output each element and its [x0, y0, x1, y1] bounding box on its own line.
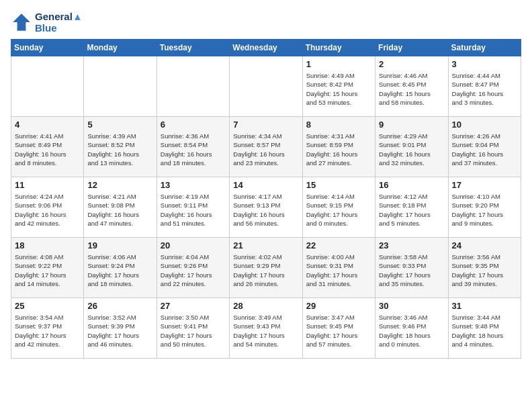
week-row-3: 11Sunrise: 4:24 AM Sunset: 9:06 PM Dayli…	[11, 177, 521, 238]
calendar-cell: 10Sunrise: 4:26 AM Sunset: 9:04 PM Dayli…	[448, 117, 521, 177]
day-number: 18	[15, 240, 80, 250]
day-info: Sunrise: 4:14 AM Sunset: 9:15 PM Dayligh…	[306, 192, 371, 228]
day-number: 25	[15, 301, 80, 311]
day-info: Sunrise: 4:06 AM Sunset: 9:24 PM Dayligh…	[87, 253, 152, 288]
day-info: Sunrise: 4:21 AM Sunset: 9:08 PM Dayligh…	[87, 192, 152, 228]
calendar-cell: 24Sunrise: 3:56 AM Sunset: 9:35 PM Dayli…	[448, 238, 521, 298]
day-number: 13	[161, 180, 226, 190]
week-row-1: 1Sunrise: 4:49 AM Sunset: 8:42 PM Daylig…	[11, 56, 521, 117]
calendar-body: 1Sunrise: 4:49 AM Sunset: 8:42 PM Daylig…	[11, 56, 521, 359]
calendar-cell: 14Sunrise: 4:17 AM Sunset: 9:13 PM Dayli…	[230, 177, 302, 238]
calendar-cell: 31Sunrise: 3:44 AM Sunset: 9:48 PM Dayli…	[448, 298, 521, 359]
day-number: 23	[379, 240, 444, 250]
day-number: 30	[379, 301, 444, 311]
calendar-cell: 12Sunrise: 4:21 AM Sunset: 9:08 PM Dayli…	[84, 177, 157, 238]
calendar-cell	[84, 56, 157, 117]
calendar-cell: 2Sunrise: 4:46 AM Sunset: 8:45 PM Daylig…	[375, 56, 448, 117]
day-info: Sunrise: 4:49 AM Sunset: 8:42 PM Dayligh…	[306, 71, 371, 107]
day-info: Sunrise: 3:44 AM Sunset: 9:48 PM Dayligh…	[452, 313, 517, 349]
calendar-cell: 13Sunrise: 4:19 AM Sunset: 9:11 PM Dayli…	[157, 177, 229, 238]
day-info: Sunrise: 3:52 AM Sunset: 9:39 PM Dayligh…	[87, 313, 152, 349]
day-info: Sunrise: 3:50 AM Sunset: 9:41 PM Dayligh…	[161, 313, 226, 349]
calendar-cell: 11Sunrise: 4:24 AM Sunset: 9:06 PM Dayli…	[11, 177, 84, 238]
day-number: 4	[15, 120, 80, 130]
weekday-header-thursday: Thursday	[302, 40, 375, 56]
day-info: Sunrise: 4:00 AM Sunset: 9:31 PM Dayligh…	[306, 253, 371, 288]
day-number: 1	[306, 59, 371, 69]
calendar-cell: 5Sunrise: 4:39 AM Sunset: 8:52 PM Daylig…	[84, 117, 157, 177]
day-info: Sunrise: 3:54 AM Sunset: 9:37 PM Dayligh…	[15, 313, 80, 349]
day-info: Sunrise: 3:46 AM Sunset: 9:46 PM Dayligh…	[379, 313, 444, 349]
day-info: Sunrise: 4:39 AM Sunset: 8:52 PM Dayligh…	[87, 132, 152, 167]
day-number: 24	[452, 240, 517, 250]
day-number: 12	[87, 180, 152, 190]
calendar-cell: 21Sunrise: 4:02 AM Sunset: 9:29 PM Dayli…	[230, 238, 302, 298]
day-info: Sunrise: 4:26 AM Sunset: 9:04 PM Dayligh…	[452, 132, 517, 167]
calendar-cell: 27Sunrise: 3:50 AM Sunset: 9:41 PM Dayli…	[157, 298, 229, 359]
calendar-cell: 8Sunrise: 4:31 AM Sunset: 8:59 PM Daylig…	[302, 117, 375, 177]
day-number: 28	[233, 301, 298, 311]
logo-icon	[11, 11, 32, 33]
svg-marker-0	[13, 13, 30, 31]
calendar-cell: 19Sunrise: 4:06 AM Sunset: 9:24 PM Dayli…	[84, 238, 157, 298]
day-info: Sunrise: 3:47 AM Sunset: 9:45 PM Dayligh…	[306, 313, 371, 349]
day-number: 19	[87, 240, 152, 250]
day-number: 31	[452, 301, 517, 311]
calendar-cell: 16Sunrise: 4:12 AM Sunset: 9:18 PM Dayli…	[375, 177, 448, 238]
day-number: 3	[452, 59, 517, 69]
calendar-cell: 7Sunrise: 4:34 AM Sunset: 8:57 PM Daylig…	[230, 117, 302, 177]
day-number: 15	[306, 180, 371, 190]
week-row-4: 18Sunrise: 4:08 AM Sunset: 9:22 PM Dayli…	[11, 238, 521, 298]
day-number: 27	[161, 301, 226, 311]
day-info: Sunrise: 4:10 AM Sunset: 9:20 PM Dayligh…	[452, 192, 517, 228]
week-row-2: 4Sunrise: 4:41 AM Sunset: 8:49 PM Daylig…	[11, 117, 521, 177]
week-row-5: 25Sunrise: 3:54 AM Sunset: 9:37 PM Dayli…	[11, 298, 521, 359]
calendar-cell: 26Sunrise: 3:52 AM Sunset: 9:39 PM Dayli…	[84, 298, 157, 359]
day-info: Sunrise: 4:46 AM Sunset: 8:45 PM Dayligh…	[379, 71, 444, 107]
calendar-cell: 20Sunrise: 4:04 AM Sunset: 9:26 PM Dayli…	[157, 238, 229, 298]
calendar-cell: 28Sunrise: 3:49 AM Sunset: 9:43 PM Dayli…	[230, 298, 302, 359]
calendar-cell: 1Sunrise: 4:49 AM Sunset: 8:42 PM Daylig…	[302, 56, 375, 117]
day-info: Sunrise: 4:29 AM Sunset: 9:01 PM Dayligh…	[379, 132, 444, 167]
calendar-table: SundayMondayTuesdayWednesdayThursdayFrid…	[11, 39, 521, 359]
calendar-cell: 30Sunrise: 3:46 AM Sunset: 9:46 PM Dayli…	[375, 298, 448, 359]
day-number: 7	[233, 120, 298, 130]
calendar-cell: 22Sunrise: 4:00 AM Sunset: 9:31 PM Dayli…	[302, 238, 375, 298]
day-number: 9	[379, 120, 444, 130]
weekday-header-friday: Friday	[375, 40, 448, 56]
calendar-cell: 23Sunrise: 3:58 AM Sunset: 9:33 PM Dayli…	[375, 238, 448, 298]
calendar-cell	[11, 56, 84, 117]
calendar-cell: 18Sunrise: 4:08 AM Sunset: 9:22 PM Dayli…	[11, 238, 84, 298]
weekday-header-wednesday: Wednesday	[230, 40, 302, 56]
day-number: 10	[452, 120, 517, 130]
weekday-header-sunday: Sunday	[11, 40, 84, 56]
weekday-header-tuesday: Tuesday	[157, 40, 229, 56]
page-header: General▲ Blue	[11, 11, 521, 34]
day-number: 26	[87, 301, 152, 311]
weekday-header-saturday: Saturday	[448, 40, 521, 56]
day-number: 17	[452, 180, 517, 190]
day-number: 2	[379, 59, 444, 69]
logo-text: General▲ Blue	[35, 11, 83, 34]
day-info: Sunrise: 4:04 AM Sunset: 9:26 PM Dayligh…	[161, 253, 226, 288]
day-number: 16	[379, 180, 444, 190]
day-number: 5	[87, 120, 152, 130]
weekday-header-monday: Monday	[84, 40, 157, 56]
calendar-cell: 6Sunrise: 4:36 AM Sunset: 8:54 PM Daylig…	[157, 117, 229, 177]
calendar-cell: 17Sunrise: 4:10 AM Sunset: 9:20 PM Dayli…	[448, 177, 521, 238]
calendar-cell: 4Sunrise: 4:41 AM Sunset: 8:49 PM Daylig…	[11, 117, 84, 177]
day-info: Sunrise: 4:17 AM Sunset: 9:13 PM Dayligh…	[233, 192, 298, 228]
calendar-cell: 15Sunrise: 4:14 AM Sunset: 9:15 PM Dayli…	[302, 177, 375, 238]
calendar-cell	[157, 56, 229, 117]
day-info: Sunrise: 4:19 AM Sunset: 9:11 PM Dayligh…	[161, 192, 226, 228]
day-info: Sunrise: 4:41 AM Sunset: 8:49 PM Dayligh…	[15, 132, 80, 167]
day-info: Sunrise: 4:12 AM Sunset: 9:18 PM Dayligh…	[379, 192, 444, 228]
day-number: 21	[233, 240, 298, 250]
day-info: Sunrise: 4:44 AM Sunset: 8:47 PM Dayligh…	[452, 71, 517, 107]
logo: General▲ Blue	[11, 11, 83, 34]
day-info: Sunrise: 3:56 AM Sunset: 9:35 PM Dayligh…	[452, 253, 517, 288]
calendar-cell: 25Sunrise: 3:54 AM Sunset: 9:37 PM Dayli…	[11, 298, 84, 359]
calendar-cell: 3Sunrise: 4:44 AM Sunset: 8:47 PM Daylig…	[448, 56, 521, 117]
calendar-cell	[230, 56, 302, 117]
day-number: 29	[306, 301, 371, 311]
